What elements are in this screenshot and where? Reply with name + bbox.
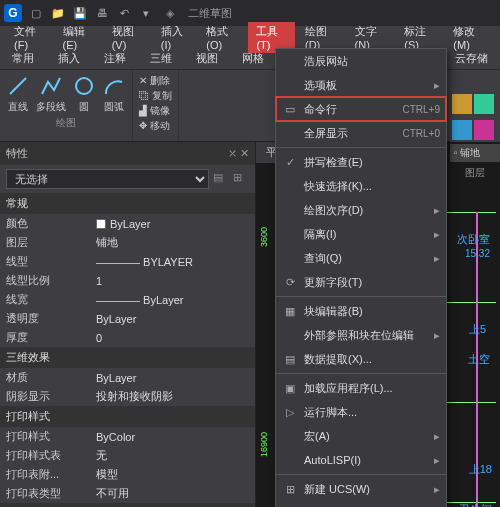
menu-item-快速选择K[interactable]: 快速选择(K)...: [276, 174, 446, 198]
menu-item-命名UCSU[interactable]: ▦命名 UCS(U)...: [276, 501, 446, 507]
new-icon[interactable]: ▢: [28, 5, 44, 21]
menu-edit[interactable]: 编辑(E): [55, 22, 102, 53]
layer-tool-icon[interactable]: [452, 94, 472, 114]
property-value[interactable]: ByColor: [96, 429, 249, 444]
property-value[interactable]: 铺地: [96, 235, 249, 250]
close-icon[interactable]: ⤫ ✕: [228, 147, 249, 160]
menu-item-更新字段T[interactable]: ⟳更新字段(T): [276, 270, 446, 294]
property-row[interactable]: 打印表附...模型: [0, 465, 255, 484]
tab-home[interactable]: 常用: [6, 49, 40, 68]
print-icon[interactable]: 🖶: [94, 5, 110, 21]
menu-item-绘图次序D[interactable]: 绘图次序(D)▸: [276, 198, 446, 222]
undo-icon[interactable]: ↶: [116, 5, 132, 21]
menu-insert[interactable]: 插入(I): [153, 22, 196, 53]
property-value[interactable]: 不可用: [96, 486, 249, 501]
menu-item-查询Q[interactable]: 查询(Q)▸: [276, 246, 446, 270]
menu-separator: [276, 296, 446, 297]
menu-item-拼写检查E[interactable]: ✓拼写检查(E): [276, 150, 446, 174]
workspace-icon[interactable]: ◈: [166, 7, 174, 20]
menu-item-加载应用程序L[interactable]: ▣加载应用程序(L)...: [276, 376, 446, 400]
tab-mesh[interactable]: 网格: [236, 49, 270, 68]
menu-item-运行脚本[interactable]: ▷运行脚本...: [276, 400, 446, 424]
selection-dropdown[interactable]: 无选择: [6, 169, 209, 189]
property-row[interactable]: 线型比例1: [0, 271, 255, 290]
menu-file[interactable]: 文件(F): [6, 22, 53, 53]
menu-item-icon: [282, 125, 298, 141]
layer-tool-icon[interactable]: [474, 120, 494, 140]
menu-item-AutoLISPI[interactable]: AutoLISP(I)▸: [276, 448, 446, 472]
save-icon[interactable]: 💾: [72, 5, 88, 21]
prop-section-header[interactable]: 打印样式: [0, 406, 255, 427]
properties-title: 特性: [6, 146, 28, 161]
menu-item-宏A[interactable]: 宏(A)▸: [276, 424, 446, 448]
layer-tool-icon[interactable]: [474, 94, 494, 114]
properties-panel: 特性 ⤫ ✕ 无选择 ▤ ⊞ 常规颜色ByLayer图层铺地线型———— BYL…: [0, 142, 256, 507]
menu-separator: [276, 373, 446, 374]
prop-section-header[interactable]: 视图: [0, 503, 255, 507]
property-row[interactable]: 线宽———— ByLayer: [0, 290, 255, 309]
quick-select-icon[interactable]: ▤: [213, 171, 229, 187]
property-row[interactable]: 线型———— BYLAYER: [0, 252, 255, 271]
layer-tool-icon[interactable]: [452, 120, 472, 140]
prop-section-header[interactable]: 常规: [0, 193, 255, 214]
redo-icon[interactable]: ▾: [138, 5, 154, 21]
property-row[interactable]: 打印样式表无: [0, 446, 255, 465]
menu-modify[interactable]: 修改(M): [445, 22, 494, 53]
property-row[interactable]: 透明度ByLayer: [0, 309, 255, 328]
property-label: 图层: [6, 235, 96, 250]
circle-button[interactable]: 圆: [72, 74, 96, 114]
menu-item-外部参照和块在位编辑[interactable]: 外部参照和块在位编辑▸: [276, 323, 446, 347]
property-row[interactable]: 厚度0: [0, 328, 255, 347]
line-button[interactable]: 直线: [6, 74, 30, 114]
property-row[interactable]: 打印表类型不可用: [0, 484, 255, 503]
submenu-arrow-icon: ▸: [434, 79, 440, 92]
property-row[interactable]: 材质ByLayer: [0, 368, 255, 387]
delete-button[interactable]: ✕ 删除: [139, 74, 172, 88]
menu-item-浩辰网站[interactable]: 浩辰网站: [276, 49, 446, 73]
property-value[interactable]: ByLayer: [96, 216, 249, 231]
menu-format[interactable]: 格式(O): [198, 22, 246, 53]
mirror-button[interactable]: ▟ 镜像: [139, 104, 172, 118]
tab-annotate[interactable]: 注释: [98, 49, 132, 68]
property-row[interactable]: 图层铺地: [0, 233, 255, 252]
menu-item-命令行[interactable]: ▭命令行CTRL+9: [276, 97, 446, 121]
prop-section-header[interactable]: 三维效果: [0, 347, 255, 368]
move-button[interactable]: ✥ 移动: [139, 119, 172, 133]
property-value[interactable]: 0: [96, 330, 249, 345]
property-value[interactable]: ByLayer: [96, 311, 249, 326]
tab-cloud[interactable]: 云存储: [449, 49, 494, 68]
property-value[interactable]: 模型: [96, 467, 249, 482]
property-label: 打印表附...: [6, 467, 96, 482]
polyline-icon: [39, 74, 63, 98]
tab-3d[interactable]: 三维: [144, 49, 178, 68]
property-value[interactable]: 1: [96, 273, 249, 288]
arc-button[interactable]: 圆弧: [102, 74, 126, 114]
property-row[interactable]: 颜色ByLayer: [0, 214, 255, 233]
pickset-icon[interactable]: ⊞: [233, 171, 249, 187]
tab-insert[interactable]: 插入: [52, 49, 86, 68]
svg-line-0: [10, 78, 26, 94]
app-logo[interactable]: G: [4, 4, 22, 22]
menu-item-块编辑器B[interactable]: ▦块编辑器(B): [276, 299, 446, 323]
tab-view[interactable]: 视图: [190, 49, 224, 68]
menu-item-选项板[interactable]: 选项板▸: [276, 73, 446, 97]
dimension-label: 15.32: [465, 248, 490, 259]
open-icon[interactable]: 📁: [50, 5, 66, 21]
polyline-button[interactable]: 多段线: [36, 74, 66, 114]
layer-current[interactable]: ▫ 铺地: [450, 144, 500, 162]
menu-item-全屏显示[interactable]: 全屏显示CTRL+0: [276, 121, 446, 145]
menu-shortcut: CTRL+0: [402, 128, 440, 139]
property-value[interactable]: ByLayer: [96, 370, 249, 385]
menu-item-数据提取X[interactable]: ▤数据提取(X)...: [276, 347, 446, 371]
property-value[interactable]: 投射和接收阴影: [96, 389, 249, 404]
property-value[interactable]: 无: [96, 448, 249, 463]
property-value[interactable]: ———— ByLayer: [96, 292, 249, 307]
menu-item-新建UCSW[interactable]: ⊞新建 UCS(W)▸: [276, 477, 446, 501]
property-row[interactable]: 阴影显示投射和接收阴影: [0, 387, 255, 406]
copy-button[interactable]: ⿻ 复制: [139, 89, 172, 103]
property-row[interactable]: 打印样式ByColor: [0, 427, 255, 446]
menu-view[interactable]: 视图(V): [104, 22, 151, 53]
menu-item-icon: [282, 452, 298, 468]
menu-item-隔离I[interactable]: 隔离(I)▸: [276, 222, 446, 246]
property-value[interactable]: ———— BYLAYER: [96, 254, 249, 269]
